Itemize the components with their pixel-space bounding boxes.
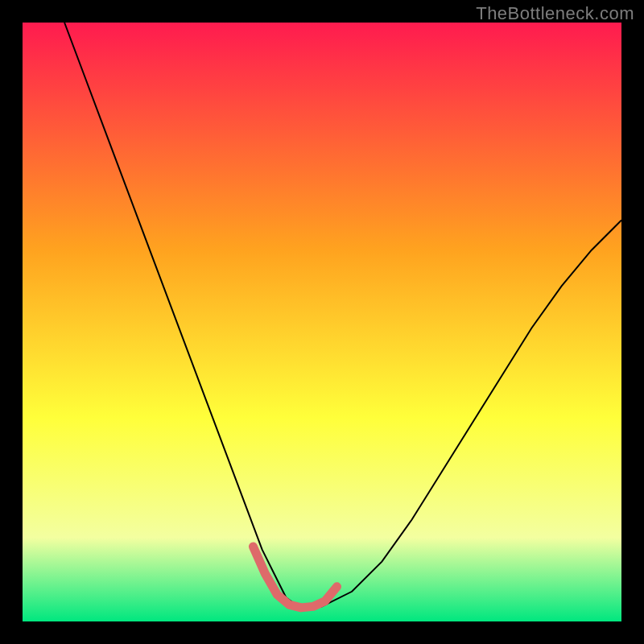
bottleneck-chart (0, 0, 644, 644)
watermark-text: TheBottleneck.com (476, 3, 634, 24)
plot-background (23, 23, 621, 621)
